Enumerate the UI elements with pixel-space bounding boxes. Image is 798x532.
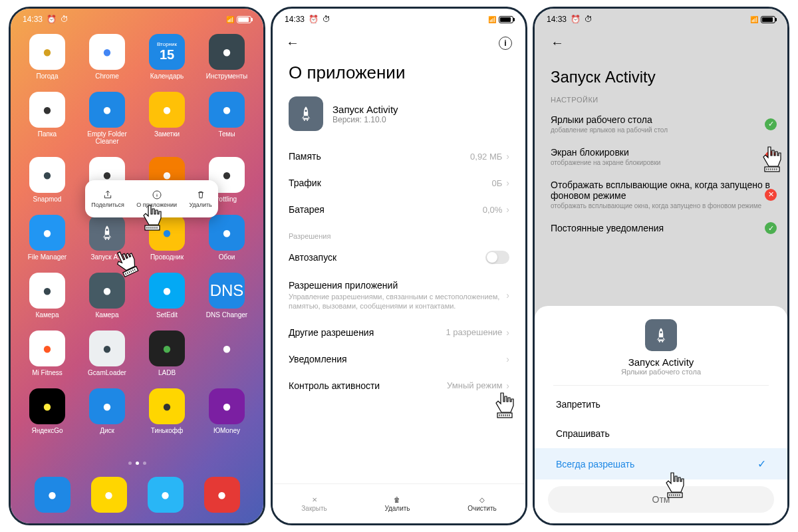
app-Календарь[interactable]: Вторник15Календарь	[140, 34, 194, 80]
app-Empty Folder Cleaner[interactable]: ●Empty Folder Cleaner	[80, 92, 134, 145]
app-GcamLoader[interactable]: ●GcamLoader	[80, 331, 134, 376]
app-Обои[interactable]: ●Обои	[200, 215, 254, 261]
permission-row[interactable]: Отображать всплывающие окна, когда запущ…	[535, 173, 787, 216]
row-traffic[interactable]: Трафик 0Б›	[273, 170, 525, 196]
app-File Manager[interactable]: ●File Manager	[20, 215, 74, 261]
app-label: Запуск A...	[90, 253, 123, 261]
app-ЯндексGo[interactable]: ●ЯндексGo	[20, 388, 74, 434]
app-label: Погода	[37, 72, 59, 80]
app-icon: ●	[149, 92, 185, 128]
popup-share[interactable]: Поделиться	[91, 190, 124, 208]
app-icon: ●	[89, 34, 125, 70]
close-icon: ✕	[312, 496, 317, 503]
app-header: Запуск Activity Версия: 1.10.0	[273, 94, 525, 143]
permissions-section-label: Разрешения	[273, 223, 525, 243]
app-blank[interactable]: ●	[200, 331, 254, 376]
close-button[interactable]: ✕Закрыть	[301, 496, 327, 512]
app-label: Камера	[36, 311, 59, 319]
battery-icon	[237, 16, 251, 23]
dock-app[interactable]: ●	[204, 477, 240, 513]
status-bar: 14:33⏰⏱ 📶	[273, 9, 525, 27]
app-Проводник[interactable]: ●Проводник	[140, 215, 194, 261]
page-title: О приложении	[273, 59, 525, 94]
app-Инструменты[interactable]: ●Инструменты	[200, 34, 254, 80]
app-icon: ●	[209, 34, 245, 70]
permission-row[interactable]: Экран блокировкиотображение на экране бл…	[535, 140, 787, 173]
app-label: Mi Fitness	[32, 369, 63, 376]
popup-app-info[interactable]: О приложении	[136, 190, 177, 208]
checkmark-icon: ✓	[757, 458, 766, 470]
app-ЮMoney[interactable]: ●ЮMoney	[200, 388, 254, 434]
delete-button[interactable]: 🗑Удалить	[384, 496, 410, 512]
dock-app[interactable]: ●	[148, 477, 184, 513]
app-icon: ●	[29, 92, 65, 128]
app-label: Snapmod	[33, 196, 62, 203]
info-button[interactable]: i	[499, 37, 512, 50]
status-bar: 14:33 ⏰ ⏱ 📶	[11, 9, 263, 27]
app-Камера[interactable]: ●Камера	[80, 273, 134, 319]
back-button[interactable]: ←	[551, 35, 564, 50]
app-label: Календарь	[150, 72, 184, 80]
app-icon: ●	[209, 92, 245, 128]
option-deny[interactable]: Запретить	[535, 390, 787, 419]
app-Тинькофф[interactable]: ●Тинькофф	[140, 388, 194, 434]
autostart-toggle[interactable]	[485, 251, 509, 264]
option-ask[interactable]: Спрашивать	[535, 419, 787, 448]
app-LADB[interactable]: ●LADB	[140, 331, 194, 376]
status-bar: 14:33⏰⏱ 📶	[535, 9, 787, 27]
row-autostart[interactable]: Автозапуск	[273, 243, 525, 272]
popup-delete[interactable]: Удалить	[189, 190, 211, 208]
clear-button[interactable]: ◇Очистить	[467, 496, 497, 512]
app-icon: ●	[29, 215, 65, 251]
app-label: Диск	[100, 427, 114, 434]
app-label: ЮMoney	[213, 427, 240, 434]
signal-icon: 📶	[226, 16, 234, 23]
app-Chrome[interactable]: ●Chrome	[80, 34, 134, 80]
app-label: rottling	[217, 196, 237, 203]
app-icon: ●	[89, 92, 125, 128]
app-Заметки[interactable]: ●Заметки	[140, 92, 194, 145]
status-badge: ✓	[765, 118, 777, 130]
sheet-app-icon	[645, 319, 677, 351]
app-label: File Manager	[28, 253, 66, 261]
cancel-button[interactable]: Отм	[548, 486, 774, 513]
app-label: Chrome	[95, 72, 119, 80]
app-context-popup: Поделиться О приложении Удалить	[85, 180, 218, 217]
page-title: Запуск Activity	[535, 59, 787, 92]
app-label: Empty Folder Cleaner	[80, 130, 134, 145]
row-other-permissions[interactable]: Другие разрешения 1 разрешение›	[273, 319, 525, 346]
permission-row[interactable]: Постоянные уведомления✓	[535, 216, 787, 240]
row-notifications[interactable]: Уведомления ›	[273, 346, 525, 372]
permission-row[interactable]: Ярлыки рабочего столадобавление ярлыков …	[535, 108, 787, 140]
app-Папка[interactable]: ●Папка	[20, 92, 74, 145]
app-label: LADB	[158, 369, 176, 376]
back-button[interactable]: ←	[286, 35, 299, 51]
permission-bottom-sheet: Запуск Activity Ярлыки рабочего стола За…	[535, 306, 787, 523]
phone-permission-dialog: 14:33⏰⏱ 📶 ← Запуск Activity НАСТРОЙКИ Яр…	[533, 7, 789, 525]
dock-app[interactable]: ●	[91, 477, 127, 513]
app-icon: ●	[149, 215, 185, 251]
app-Камера[interactable]: ●Камера	[20, 273, 74, 319]
sheet-title: Запуск Activity	[535, 356, 787, 368]
row-app-permissions[interactable]: Разрешения приложений Управление разреше…	[273, 272, 525, 319]
option-always-allow[interactable]: Всегда разрешать ✓	[535, 448, 787, 479]
app-Диск[interactable]: ●Диск	[80, 388, 134, 434]
app-Mi Fitness[interactable]: ●Mi Fitness	[20, 331, 74, 376]
phone-app-info: 14:33⏰⏱ 📶 ← i О приложении Запуск Activi…	[271, 7, 527, 525]
alarm-icon: ⏰	[47, 15, 57, 24]
app-Темы[interactable]: ●Темы	[200, 92, 254, 145]
app-Погода[interactable]: ●Погода	[20, 34, 74, 80]
dock: ●●●●	[11, 477, 263, 513]
alarm-icon-2: ⏱	[61, 15, 68, 24]
row-memory[interactable]: Память 0,92 МБ›	[273, 143, 525, 170]
row-battery[interactable]: Батарея 0,0%›	[273, 196, 525, 223]
app-Запуск A...[interactable]: Запуск A...	[80, 215, 134, 261]
app-icon	[289, 96, 323, 131]
app-Snapmod[interactable]: ●Snapmod	[20, 157, 74, 203]
app-SetEdit[interactable]: ●SetEdit	[140, 273, 194, 319]
row-activity-control[interactable]: Контроль активности Умный режим›	[273, 372, 525, 399]
app-label: Заметки	[154, 130, 180, 138]
dock-app[interactable]: ●	[35, 477, 70, 513]
app-DNS Changer[interactable]: DNSDNS Changer	[200, 273, 254, 319]
app-icon: ●	[29, 34, 65, 70]
